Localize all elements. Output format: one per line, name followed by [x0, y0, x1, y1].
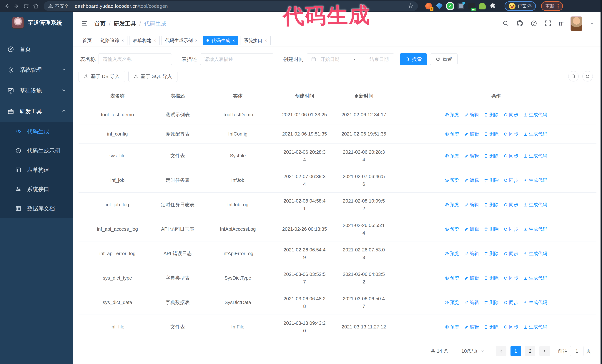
avatar-caret-icon[interactable] — [590, 21, 594, 26]
sidebar-item-codegen-example[interactable]: 代码生成示例 — [0, 141, 73, 160]
delete-link[interactable]: 删除 — [484, 226, 499, 233]
delete-link[interactable]: 删除 — [484, 111, 499, 118]
forward-icon[interactable] — [13, 3, 20, 10]
next-page-button[interactable] — [539, 346, 550, 356]
profile-paused-chip[interactable]: 已暂停 — [505, 1, 536, 11]
preview-link[interactable]: 预览 — [445, 323, 459, 331]
preview-link[interactable]: 预览 — [445, 130, 459, 137]
tab-codegen[interactable]: 代码生成× — [203, 36, 238, 45]
delete-link[interactable]: 删除 — [484, 152, 499, 159]
tab-codegen-example[interactable]: 代码生成示例× — [161, 36, 201, 45]
generate-code-link[interactable]: 生成代码 — [523, 274, 547, 282]
sidebar-item-codegen[interactable]: 代码生成 — [0, 122, 73, 141]
address-bar[interactable]: 不安全 dashboard.yudao.iocoder.cn/tool/code… — [44, 1, 418, 11]
app-logo-row[interactable]: 芋道管理系统 — [0, 12, 73, 30]
search-button[interactable]: 搜索 — [400, 53, 427, 65]
preview-link[interactable]: 预览 — [445, 111, 459, 118]
delete-link[interactable]: 删除 — [484, 274, 499, 282]
page-button-2[interactable]: 2 — [525, 346, 535, 356]
preview-link[interactable]: 预览 — [445, 299, 459, 306]
delete-link[interactable]: 删除 — [484, 299, 499, 306]
fullscreen-icon[interactable] — [545, 20, 551, 27]
extension-on-icon[interactable] — [468, 3, 475, 10]
breadcrumb-group[interactable]: 研发工具 — [114, 20, 136, 28]
sidebar-item-devtools[interactable]: 研发工具 — [0, 101, 73, 122]
sync-link[interactable]: 同步 — [504, 130, 518, 137]
generate-code-link[interactable]: 生成代码 — [523, 250, 547, 257]
page-size-select[interactable]: 10条/页 — [454, 346, 492, 356]
extension-icon[interactable]: 1 — [425, 3, 432, 10]
generate-code-link[interactable]: 生成代码 — [523, 299, 547, 306]
table-desc-input[interactable]: 请输入表描述 — [200, 53, 273, 65]
import-sql-button[interactable]: 基于 SQL 导入 — [128, 71, 178, 82]
preview-link[interactable]: 预览 — [445, 274, 459, 282]
help-icon[interactable] — [530, 20, 537, 27]
edit-link[interactable]: 编辑 — [464, 299, 479, 306]
browser-update-button[interactable]: 更新 — [541, 1, 563, 11]
page-button-1[interactable]: 1 — [510, 346, 521, 356]
sidebar-item-system[interactable]: 系统管理 — [0, 60, 73, 80]
generate-code-link[interactable]: 生成代码 — [523, 152, 547, 159]
tab-form-builder[interactable]: 表单构建× — [129, 36, 160, 45]
edit-link[interactable]: 编辑 — [464, 226, 479, 233]
sync-link[interactable]: 同步 — [504, 201, 518, 208]
sync-link[interactable]: 同步 — [504, 250, 518, 257]
close-icon[interactable]: × — [265, 38, 267, 43]
preview-link[interactable]: 预览 — [445, 201, 459, 208]
extension-green-icon[interactable] — [479, 3, 486, 10]
close-icon[interactable]: × — [232, 38, 235, 43]
sidebar-item-system-api[interactable]: 系统接口 — [0, 180, 73, 199]
delete-link[interactable]: 删除 — [484, 130, 499, 137]
sync-link[interactable]: 同步 — [504, 274, 518, 282]
tab-tracing[interactable]: 链路追踪× — [97, 36, 128, 45]
github-icon[interactable] — [516, 20, 523, 27]
sync-link[interactable]: 同步 — [504, 111, 518, 118]
generate-code-link[interactable]: 生成代码 — [523, 226, 547, 233]
extensions-puzzle-icon[interactable] — [490, 3, 496, 10]
extension-grid-icon[interactable] — [458, 3, 464, 10]
close-icon[interactable]: × — [121, 38, 124, 43]
delete-link[interactable]: 删除 — [484, 177, 499, 184]
preview-link[interactable]: 预览 — [445, 177, 459, 184]
edit-link[interactable]: 编辑 — [464, 250, 479, 257]
sync-link[interactable]: 同步 — [504, 323, 518, 331]
browser-menu-icon[interactable] — [558, 4, 559, 9]
tab-system-api[interactable]: 系统接口× — [240, 36, 271, 45]
sync-link[interactable]: 同步 — [504, 177, 518, 184]
breadcrumb-home[interactable]: 首页 — [95, 20, 106, 28]
preview-link[interactable]: 预览 — [445, 250, 459, 257]
sidebar-item-infra[interactable]: 基础设施 — [0, 80, 73, 101]
toggle-search-button[interactable] — [568, 71, 579, 82]
generate-code-link[interactable]: 生成代码 — [523, 323, 547, 331]
user-avatar[interactable] — [570, 16, 582, 31]
preview-link[interactable]: 预览 — [445, 152, 459, 159]
reload-icon[interactable] — [22, 3, 30, 10]
url-text[interactable]: dashboard.yudao.iocoder.cn/tool/codegen — [75, 3, 168, 9]
edit-link[interactable]: 编辑 — [464, 111, 479, 118]
sync-link[interactable]: 同步 — [504, 152, 518, 159]
close-icon[interactable]: × — [154, 38, 156, 43]
generate-code-link[interactable]: 生成代码 — [523, 201, 547, 208]
table-name-input[interactable]: 请输入表名称 — [98, 53, 172, 65]
hamburger-icon[interactable] — [81, 20, 88, 28]
goto-page-input[interactable]: 1 — [570, 346, 583, 356]
back-icon[interactable] — [3, 3, 10, 10]
font-size-icon[interactable]: tT — [559, 21, 563, 27]
edit-link[interactable]: 编辑 — [464, 323, 479, 331]
sync-link[interactable]: 同步 — [504, 299, 518, 306]
edit-link[interactable]: 编辑 — [464, 274, 479, 282]
delete-link[interactable]: 删除 — [484, 201, 499, 208]
delete-link[interactable]: 删除 — [484, 323, 499, 331]
sidebar-item-home[interactable]: 首页 — [0, 39, 73, 60]
reset-button[interactable]: 重置 — [430, 53, 458, 65]
extension-gem-icon[interactable] — [436, 3, 443, 10]
generate-code-link[interactable]: 生成代码 — [523, 130, 547, 137]
generate-code-link[interactable]: 生成代码 — [523, 177, 547, 184]
bookmark-star-icon[interactable] — [408, 3, 413, 9]
refresh-table-button[interactable] — [582, 71, 593, 82]
edit-link[interactable]: 编辑 — [464, 130, 479, 137]
import-db-button[interactable]: 基于 DB 导入 — [78, 71, 125, 82]
prev-page-button[interactable] — [496, 346, 506, 356]
preview-link[interactable]: 预览 — [445, 226, 459, 233]
edit-link[interactable]: 编辑 — [464, 201, 479, 208]
